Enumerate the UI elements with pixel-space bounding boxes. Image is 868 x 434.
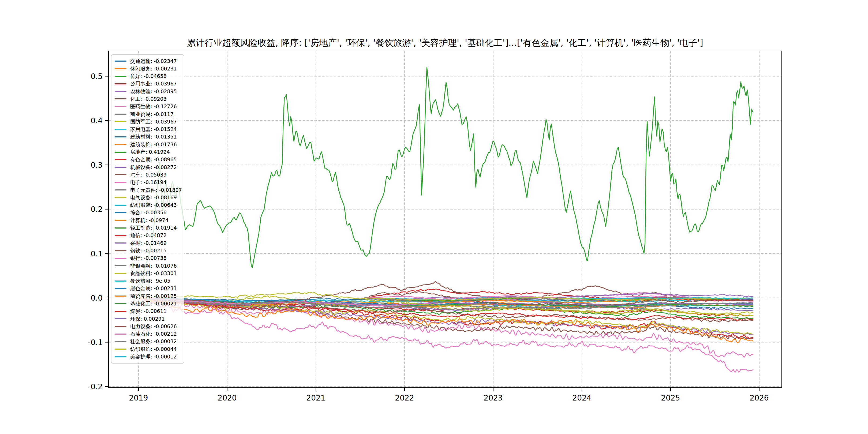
legend-label: 石油石化: -0.00212 [130, 331, 177, 337]
legend-label: 综合: -0.00356 [130, 210, 167, 215]
legend-swatch [115, 341, 126, 342]
legend-label: 餐饮旅游: -9e-05 [130, 278, 170, 283]
legend-item: 医药生物: -0.12726 [115, 103, 182, 110]
legend-swatch [115, 205, 126, 206]
legend-label: 有色金属: -0.08965 [130, 157, 177, 162]
legend-item: 综合: -0.00356 [115, 209, 182, 216]
plot-spines [108, 51, 782, 388]
legend-swatch [115, 129, 126, 130]
legend-label: 钢铁: -0.00215 [130, 248, 167, 253]
legend-label: 电气设备: -0.08169 [130, 195, 177, 200]
y-tick-label: 0.2 [91, 205, 103, 214]
legend-label: 纺织服装: -0.00643 [130, 203, 177, 208]
legend-item: 电力设备: -0.00626 [115, 323, 182, 330]
legend-item: 钢铁: -0.00215 [115, 247, 182, 254]
legend-swatch [115, 280, 126, 282]
legend-item: 采掘: -0.01469 [115, 240, 182, 246]
line-series-12 [138, 67, 753, 298]
tick-labels: 20192020202120222023202420252026-0.2-0.1… [88, 72, 769, 403]
legend-item: 机械设备: -0.08272 [115, 164, 182, 170]
legend-label: 煤炭: -0.00611 [130, 309, 167, 314]
legend-swatch [115, 152, 126, 153]
y-tick-label: 0.0 [91, 293, 103, 303]
legend-item: 食品饮料: -0.03301 [115, 270, 182, 277]
legend-swatch [115, 197, 126, 198]
legend-item: 建筑材料: -0.01351 [115, 133, 182, 141]
legend-label: 汽车: -0.05039 [130, 172, 167, 177]
legend-swatch [115, 265, 126, 266]
legend-item: 煤炭: -0.00611 [115, 308, 182, 315]
legend-item: 传媒: -0.04658 [115, 73, 182, 80]
legend-swatch [115, 326, 126, 327]
legend-swatch [115, 273, 126, 274]
legend-swatch [115, 303, 126, 304]
legend-label: 化工: -0.09203 [130, 96, 167, 101]
legend-label: 农林牧渔: -0.02895 [130, 89, 177, 94]
y-tick-label: -0.1 [88, 338, 103, 347]
legend-swatch [115, 144, 126, 145]
legend-label: 商贸零售: -0.00125 [130, 293, 177, 299]
legend-swatch [115, 334, 126, 335]
legend-swatch [115, 106, 126, 107]
legend-item: 电子元器件: -0.01807 [115, 186, 182, 193]
legend-item: 纺织服装: -0.00643 [115, 202, 182, 209]
legend-label: 采掘: -0.01469 [130, 241, 167, 246]
legend-item: 国防军工: -0.03967 [115, 118, 182, 125]
legend-label: 电力设备: -0.00626 [130, 324, 177, 329]
x-tick-label: 2024 [572, 394, 591, 402]
y-tick-label: 0.1 [91, 249, 103, 258]
legend-swatch [115, 189, 126, 190]
legend-item: 基础化工: -0.00021 [115, 300, 182, 307]
legend-item: 美容护理: -0.00012 [115, 353, 182, 360]
legend-item: 化工: -0.09203 [115, 95, 182, 102]
x-tick-label: 2021 [306, 394, 325, 402]
y-tick-label: -0.2 [88, 382, 103, 391]
series-lines [138, 67, 753, 372]
legend-label: 环保: 0.00291 [130, 316, 165, 321]
legend-swatch [115, 318, 126, 319]
legend-label: 医药生物: -0.12726 [130, 104, 177, 109]
gridlines [108, 51, 782, 388]
legend-swatch [115, 311, 126, 312]
legend-item: 公用事业: -0.03967 [115, 81, 182, 87]
legend-item: 非银金融: -0.01076 [115, 262, 182, 269]
legend-label: 家用电器: -0.01524 [130, 127, 177, 132]
legend-swatch [115, 136, 126, 137]
legend-item: 家用电器: -0.01524 [115, 126, 182, 133]
legend-swatch [115, 182, 126, 183]
legend-label: 轻工制造: -0.01914 [130, 225, 177, 230]
y-tick-label: 0.3 [91, 161, 103, 169]
legend-swatch [115, 288, 126, 289]
legend-swatch [115, 68, 126, 69]
x-tick-label: 2023 [484, 394, 503, 402]
x-tick-label: 2020 [218, 394, 237, 402]
legend-label: 房地产: 0.41924 [130, 150, 170, 155]
legend-label: 食品饮料: -0.03301 [130, 271, 177, 276]
legend-swatch [115, 98, 126, 99]
legend-label: 美容护理: -0.00012 [130, 354, 177, 359]
figure-canvas: 累计行业超额风险收益, 降序: ['房地产', '环保', '餐饮旅游', '美… [0, 0, 868, 434]
legend-item: 电气设备: -0.08169 [115, 194, 182, 201]
legend-label: 社会服务: -0.00032 [130, 339, 177, 344]
legend-label: 通信: -0.04872 [130, 233, 167, 238]
x-tick-label: 2019 [129, 394, 148, 402]
legend-item: 休闲服务: -0.00231 [115, 65, 182, 72]
legend-label: 建筑材料: -0.01351 [130, 134, 177, 139]
legend-item: 轻工制造: -0.01914 [115, 224, 182, 231]
legend-swatch [115, 121, 126, 122]
tick-marks [105, 76, 759, 392]
legend-item: 石油石化: -0.00212 [115, 331, 182, 338]
legend-swatch [115, 258, 126, 259]
legend-label: 非银金融: -0.01076 [130, 264, 177, 269]
legend-item: 电子: -0.16194 [115, 179, 182, 186]
x-tick-label: 2025 [661, 394, 680, 402]
legend-swatch [115, 174, 126, 175]
legend-label: 纺织服饰: -0.00044 [130, 347, 177, 352]
legend-item: 通信: -0.04872 [115, 232, 182, 239]
legend-item: 社会服务: -0.00032 [115, 338, 182, 345]
legend-swatch [115, 220, 126, 221]
legend-swatch [115, 114, 126, 115]
legend-swatch [115, 356, 126, 358]
legend-swatch [115, 91, 126, 92]
legend-label: 休闲服务: -0.00231 [130, 66, 177, 71]
